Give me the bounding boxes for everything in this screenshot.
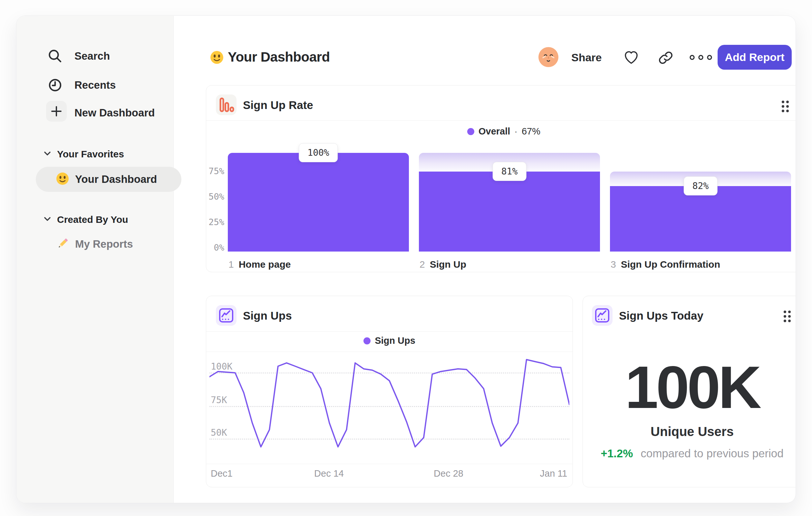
section-your-favorites[interactable]: Your Favorites bbox=[44, 149, 124, 160]
drag-handle-icon[interactable] bbox=[781, 100, 790, 114]
share-button[interactable]: Share bbox=[571, 51, 602, 64]
line-chart-icon bbox=[216, 305, 236, 326]
step-number: 1 bbox=[228, 259, 234, 270]
funnel-bar-fill bbox=[419, 171, 600, 251]
divider bbox=[206, 331, 573, 331]
more-options-icon[interactable] bbox=[689, 54, 713, 62]
line-chart-icon bbox=[592, 305, 613, 326]
x-axis-tick: Jan 11 bbox=[540, 468, 568, 479]
user-avatar[interactable] bbox=[539, 47, 558, 67]
drag-handle-icon[interactable] bbox=[783, 309, 792, 324]
kpi-subtitle: Unique Users bbox=[583, 425, 796, 439]
kpi-delta-row: +1.2% compared to previous period bbox=[583, 447, 796, 460]
legend-dot bbox=[364, 337, 371, 345]
value-chip: 100% bbox=[299, 143, 338, 162]
copy-link-icon[interactable] bbox=[658, 50, 673, 66]
smiley-emoji-icon bbox=[56, 172, 69, 187]
pencil-emoji-icon bbox=[56, 237, 69, 251]
legend-label: Sign Ups bbox=[375, 335, 415, 346]
step-label-sign-up-confirmation: 3 Sign Up Confirmation bbox=[611, 259, 720, 270]
sidebar-item-recents[interactable]: Recents bbox=[75, 79, 116, 91]
legend-value: 67% bbox=[522, 126, 540, 137]
signups-line-chart[interactable] bbox=[209, 352, 569, 464]
legend-label: Overall bbox=[478, 126, 510, 137]
signups-today-card: Sign Ups Today 100K Unique Users +1.2% c… bbox=[583, 296, 796, 487]
funnel-bar-fill bbox=[610, 186, 791, 251]
card-title: Sign Ups Today bbox=[619, 309, 703, 322]
value-chip: 82% bbox=[684, 176, 718, 195]
page-title: Your Dashboard bbox=[228, 49, 330, 65]
funnel-bar-home-page[interactable] bbox=[228, 153, 409, 251]
funnel-bar-fill bbox=[228, 153, 409, 251]
sidebar-item-label: My Reports bbox=[75, 238, 133, 250]
kpi-value: 100K bbox=[583, 357, 796, 417]
step-number: 2 bbox=[419, 259, 425, 270]
step-name: Home page bbox=[239, 259, 291, 270]
new-dashboard-plus-icon[interactable] bbox=[46, 101, 67, 121]
sidebar-item-my-reports[interactable]: My Reports bbox=[56, 236, 133, 252]
delta-note: compared to previous period bbox=[641, 447, 784, 460]
y-axis-tick: 75% bbox=[206, 166, 224, 176]
search-icon[interactable] bbox=[47, 48, 63, 66]
sidebar-item-label: Your Dashboard bbox=[75, 173, 157, 185]
funnel-legend[interactable]: Overall · 67% bbox=[206, 126, 796, 137]
delta-value: +1.2% bbox=[601, 447, 633, 460]
step-name: Sign Up bbox=[430, 259, 466, 270]
add-report-button[interactable]: Add Report bbox=[718, 45, 792, 70]
y-axis-tick: 50% bbox=[206, 192, 224, 201]
step-label-sign-up: 2 Sign Up bbox=[419, 259, 466, 270]
step-label-home-page: 1 Home page bbox=[228, 259, 291, 270]
dashboard-app: Search Recents New Dashboard Your Favori… bbox=[0, 0, 812, 516]
card-title: Sign Up Rate bbox=[243, 99, 313, 112]
section-title: Created By You bbox=[57, 214, 128, 225]
legend-dot bbox=[467, 128, 474, 135]
sidebar-item-your-dashboard-selected[interactable]: Your Dashboard bbox=[36, 167, 181, 192]
sidebar: Search Recents New Dashboard Your Favori… bbox=[17, 16, 174, 503]
app-window: Search Recents New Dashboard Your Favori… bbox=[16, 16, 796, 503]
divider bbox=[206, 120, 796, 120]
chevron-down-icon bbox=[44, 216, 51, 223]
sidebar-item-search[interactable]: Search bbox=[75, 50, 110, 62]
y-axis-tick: 0% bbox=[206, 243, 224, 252]
card-title: Sign Ups bbox=[243, 309, 292, 322]
value-chip: 81% bbox=[493, 162, 526, 181]
step-number: 3 bbox=[611, 259, 616, 270]
legend-separator: · bbox=[514, 126, 518, 137]
divider bbox=[206, 464, 573, 464]
sidebar-item-new-dashboard[interactable]: New Dashboard bbox=[75, 107, 155, 119]
x-axis-tick: Dec 28 bbox=[434, 468, 463, 479]
signups-card: Sign Ups Sign Ups 100K 75K 50K Dec1 Dec … bbox=[206, 296, 573, 487]
section-title: Your Favorites bbox=[57, 149, 124, 160]
bar-chart-icon bbox=[216, 94, 236, 115]
x-axis-tick: Dec1 bbox=[211, 468, 233, 479]
favorite-heart-icon[interactable] bbox=[624, 50, 639, 66]
recents-clock-icon[interactable] bbox=[47, 77, 63, 95]
signups-line bbox=[209, 360, 569, 447]
x-axis-tick: Dec 14 bbox=[314, 468, 344, 479]
section-created-by-you[interactable]: Created By You bbox=[44, 214, 128, 225]
step-name: Sign Up Confirmation bbox=[621, 259, 720, 270]
y-axis-tick: 25% bbox=[206, 217, 224, 227]
signup-rate-card: Sign Up Rate Overall · 67% 75% 50% 25% 0… bbox=[206, 85, 796, 272]
page-title-smiley-emoji bbox=[210, 50, 224, 66]
signups-legend[interactable]: Sign Ups bbox=[206, 335, 573, 346]
chevron-down-icon bbox=[44, 151, 51, 157]
